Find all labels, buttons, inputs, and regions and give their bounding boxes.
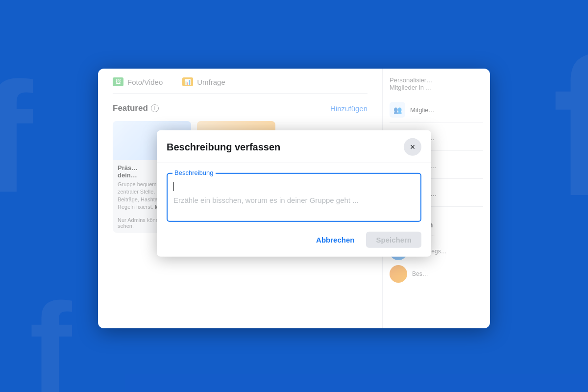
modal-title: Beschreibung verfassen [167, 141, 280, 152]
foto-video-item: 🖼 Foto/Video [113, 77, 163, 86]
poll-icon: 📊 [182, 77, 193, 86]
member-label-2: Bes… [412, 270, 428, 277]
textarea-label: Beschreibung [172, 169, 216, 176]
hinzufuegen-link[interactable]: Hinzufügen [330, 104, 368, 113]
modal-close-button[interactable]: × [404, 138, 421, 156]
modal-body: Beschreibung Erzähle ein bisschen, worum… [157, 163, 431, 232]
save-button[interactable]: Speichern [366, 232, 421, 248]
featured-title-row: Featured i [113, 103, 159, 113]
featured-info-icon: i [151, 104, 159, 112]
textarea-placeholder: Erzähle ein bisschen, worum es in deiner… [173, 195, 415, 206]
description-textarea-wrapper[interactable]: Beschreibung Erzähle ein bisschen, worum… [167, 173, 421, 222]
member-avatar-2 [390, 265, 407, 283]
modal-dialog: Beschreibung verfassen × Beschreibung Er… [157, 130, 431, 257]
member-item-2: Bes… [390, 265, 483, 283]
featured-header: Featured i Hinzufügen [113, 103, 368, 113]
close-icon: × [410, 142, 416, 152]
top-bar: 🖼 Foto/Video 📊 Umfrage [113, 69, 368, 94]
foto-video-label: Foto/Video [127, 78, 163, 86]
cancel-button[interactable]: Abbrechen [309, 232, 361, 248]
text-cursor [173, 182, 174, 191]
sidebar-item-mitglieder: 👥 Mitglie… [390, 97, 483, 123]
modal-header: Beschreibung verfassen × [157, 130, 431, 163]
featured-title: Featured [113, 103, 148, 113]
members-icon: 👥 [390, 102, 405, 118]
sidebar-mitglieder-label: Mitglie… [410, 106, 435, 114]
umfrage-label: Umfrage [197, 78, 225, 86]
sidebar-top-text: Personalisier…Mitglieder in … [390, 76, 483, 91]
umfrage-item: 📊 Umfrage [182, 77, 225, 86]
photo-video-icon: 🖼 [113, 77, 123, 86]
modal-footer: Abbrechen Speichern [157, 232, 431, 257]
